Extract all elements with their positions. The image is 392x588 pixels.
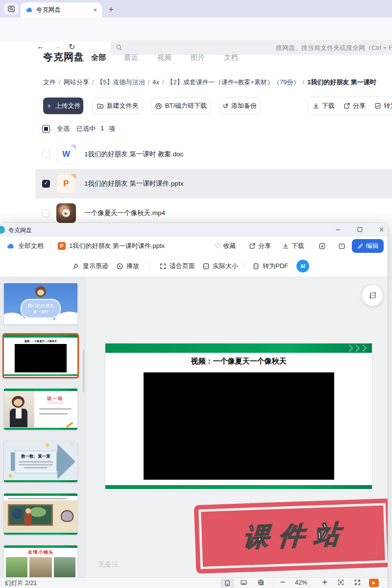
notes-view-button[interactable] bbox=[240, 579, 247, 586]
tab-close-icon[interactable]: × bbox=[93, 6, 97, 14]
edit-button[interactable]: 编辑 bbox=[352, 239, 384, 253]
folder-plus-icon bbox=[97, 102, 104, 110]
play-button[interactable]: 播放 bbox=[116, 255, 139, 277]
table-row[interactable]: W 1我们的好朋友 第一课时 教案.doc bbox=[35, 140, 392, 169]
thumbnail-scrollbar[interactable] bbox=[83, 349, 85, 392]
search-input[interactable]: 搜网盘、搜当前文件夹或搜全网（Ctrl + F... bbox=[110, 40, 392, 55]
tab-videos[interactable]: 视频 bbox=[157, 53, 172, 62]
viewer-body: 我们的好朋友 第一课时 视频：一个像夏天一个像秋天 说一说 bbox=[0, 277, 388, 577]
raccoon-cartoon bbox=[61, 510, 74, 522]
present-button[interactable]: ▶ bbox=[369, 579, 379, 587]
notes-placeholder[interactable]: 无备注 bbox=[98, 560, 119, 569]
breadcrumb-item[interactable]: 4x bbox=[152, 78, 159, 86]
slide-thumb-5[interactable] bbox=[4, 493, 77, 535]
convert-action[interactable]: 转为 bbox=[374, 101, 392, 110]
zoom-out-button[interactable] bbox=[279, 579, 286, 586]
forward-icon[interactable]: → bbox=[54, 42, 62, 51]
save-to-drive-icon[interactable] bbox=[318, 243, 326, 250]
breadcrumb-item[interactable]: 【5】道德与法治 bbox=[97, 78, 145, 86]
download-action[interactable]: 下载 bbox=[313, 101, 335, 110]
actual-size-icon: 1:1 bbox=[202, 263, 210, 270]
row-checkbox[interactable] bbox=[42, 150, 50, 158]
select-all-checkbox[interactable] bbox=[42, 125, 50, 133]
row-checkbox-checked[interactable] bbox=[42, 180, 50, 188]
row-checkbox[interactable] bbox=[42, 209, 50, 217]
show-ink-button[interactable]: 显示墨迹 bbox=[73, 255, 108, 277]
new-tab-button[interactable]: ＋ bbox=[107, 3, 115, 15]
pdf-convert-float-button[interactable]: PDF bbox=[362, 285, 383, 306]
new-folder-button[interactable]: 新建文件夹 bbox=[92, 98, 143, 114]
fit-page-button[interactable]: 适合页面 bbox=[159, 255, 195, 277]
maximize-icon[interactable] bbox=[357, 226, 363, 233]
slide-thumb-1[interactable]: 我们的好朋友 第一课时 bbox=[4, 283, 77, 324]
download-icon bbox=[282, 243, 289, 249]
slide-thumb-2-selected[interactable]: 视频：一个像夏天一个像秋天 bbox=[2, 333, 79, 378]
slide-thumb-3[interactable]: 说一说 bbox=[4, 389, 77, 430]
globe-icon bbox=[257, 579, 265, 586]
all-docs-link[interactable]: 全部文档 bbox=[18, 242, 44, 250]
slide-canvas: 视频：一个像夏天一个像秋天 bbox=[105, 343, 372, 491]
notes-icon bbox=[240, 579, 247, 586]
back-icon[interactable]: ← bbox=[37, 42, 45, 51]
tab-docs[interactable]: 文档 bbox=[224, 53, 238, 62]
device-view-button[interactable] bbox=[220, 579, 234, 588]
breadcrumb-item[interactable]: 【2】成套课件一（课件+教案+素材）（79份） bbox=[167, 78, 299, 86]
slide-preview-area: PDF 视频：一个像夏天一个像秋天 课件站 bbox=[86, 277, 388, 577]
share-action[interactable]: 分享 bbox=[343, 101, 366, 110]
fit-view-button[interactable] bbox=[337, 579, 344, 586]
table-row-selected[interactable]: P 1我们的好朋友 第一课时课件.pptx bbox=[35, 169, 392, 198]
search-placeholder: 搜网盘、搜当前文件夹或搜全网（Ctrl + F... bbox=[276, 44, 392, 52]
file-name[interactable]: 1我们的好朋友 第一课时课件.pptx bbox=[84, 179, 184, 188]
tab-images[interactable]: 图片 bbox=[191, 53, 205, 62]
selected-count: 1 bbox=[100, 124, 104, 133]
tab-recent[interactable]: 最近 bbox=[124, 53, 138, 62]
minimize-icon[interactable] bbox=[335, 226, 341, 233]
watermark-stamp: 课件站 bbox=[194, 498, 388, 574]
slide-thumb-4[interactable]: 数一数、算一算 ★ ★ ★ bbox=[4, 441, 77, 482]
slide-counter: 幻灯片 2/21 bbox=[5, 579, 37, 588]
favorite-button[interactable]: ♡ 收藏 bbox=[215, 242, 236, 250]
feedback-icon[interactable] bbox=[338, 243, 345, 250]
svg-text:PDF: PDF bbox=[371, 294, 375, 297]
window-title-bar[interactable]: 夸克网盘 bbox=[0, 223, 388, 237]
slide-title: 视频：一个像夏天一个像秋天 bbox=[105, 357, 372, 366]
device-icon bbox=[224, 580, 231, 587]
cartoon-girl bbox=[35, 286, 46, 297]
ink-pen-icon bbox=[73, 263, 80, 270]
close-icon[interactable] bbox=[378, 226, 385, 233]
tab-all[interactable]: 全部 bbox=[91, 53, 106, 62]
slide-video-placeholder[interactable] bbox=[144, 372, 334, 480]
fullscreen-button[interactable] bbox=[354, 579, 361, 586]
actual-size-button[interactable]: 1:1 实际大小 bbox=[202, 255, 238, 277]
viewer-status-bar: 幻灯片 2/21 42% ▶ bbox=[0, 577, 388, 588]
bt-download-button[interactable]: BT/磁力链下载 bbox=[151, 98, 210, 114]
viewer-tools-bar: 显示墨迹 播放 适合页面 1:1 实际大小 PDF 转为PDF AI bbox=[0, 255, 388, 277]
selection-bar: 全选 已选中 1 项 bbox=[42, 124, 115, 133]
file-name[interactable]: 1我们的好朋友 第一课时 教案.doc bbox=[84, 150, 184, 159]
language-button[interactable] bbox=[257, 579, 265, 586]
select-all-label[interactable]: 全选 bbox=[57, 124, 70, 133]
breadcrumb-item[interactable]: 网站分享 bbox=[64, 78, 89, 86]
breadcrumb-item[interactable]: 文件 bbox=[43, 78, 56, 86]
pptx-badge-icon: P bbox=[58, 242, 66, 250]
quark-cloud-icon bbox=[6, 242, 15, 250]
video-thumbnail: ▶ bbox=[56, 203, 76, 223]
zoom-level[interactable]: 42% bbox=[295, 579, 307, 586]
selection-actions-panel: 下载 分享 转为 bbox=[307, 97, 392, 115]
upload-button[interactable]: ＋上传文件 bbox=[43, 98, 83, 114]
quark-logo-icon bbox=[25, 6, 33, 14]
tab-search-button[interactable] bbox=[4, 3, 19, 15]
file-name[interactable]: 一个像夏天一个像秋天.mp4 bbox=[84, 209, 165, 218]
ai-assistant-button[interactable]: AI bbox=[296, 260, 309, 272]
zoom-in-button[interactable] bbox=[321, 579, 328, 586]
download-icon bbox=[313, 102, 319, 109]
slide-thumb-6[interactable]: 友情小镜头 bbox=[4, 545, 77, 577]
to-pdf-button[interactable]: PDF 转为PDF bbox=[252, 255, 288, 277]
share-button[interactable]: 分享 bbox=[249, 242, 271, 250]
add-backup-button[interactable]: ↺ 添加备份 bbox=[219, 98, 260, 114]
browser-tab[interactable]: 夸克网盘 × bbox=[21, 2, 102, 18]
tab-title: 夸克网盘 bbox=[36, 6, 90, 14]
download-button[interactable]: 下载 bbox=[282, 242, 304, 250]
heart-icon: ♡ bbox=[215, 242, 221, 250]
convert-pdf-icon bbox=[374, 102, 381, 109]
